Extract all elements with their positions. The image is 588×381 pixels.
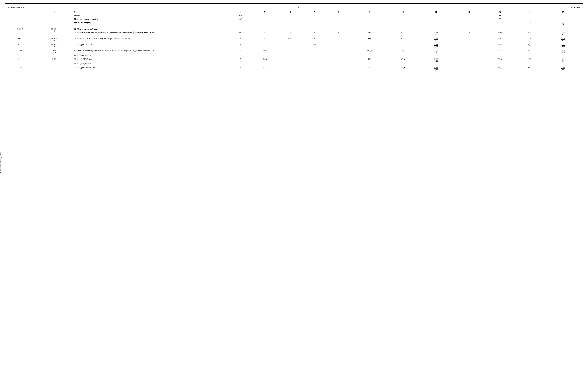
cell: 24,7 [277,43,303,48]
cell [35,14,74,18]
cell: - [455,31,484,36]
cell-num: IO.-"- [5,37,35,42]
fraction: 0,06 0,0I [434,31,438,35]
cell [229,54,583,57]
table-row: 9.СМО I2-802--3 II. Монтажные работы [5,27,583,31]
col-header-9: 9 [351,10,388,14]
cell: 0,06 0,0I [544,31,583,36]
table-row: цена: 5I,IxI,0, I=56,2I [5,62,583,65]
cell-desc: То же, ∅ 273x7 мм [74,58,229,62]
cell: - [229,21,252,26]
cell: - [515,14,544,18]
cell: руб. [229,14,252,18]
cell: II,88 6,44 [418,66,455,71]
cell: 9,53 [515,66,544,71]
cell: - [351,14,388,18]
cell: - [326,37,351,42]
cell-ref [35,66,74,71]
fraction: I,I2 0,I8 [562,43,565,48]
cell: 4,3 [388,43,418,48]
cell: 4,I3 I,3I [418,49,455,54]
cell: 2,08 [484,31,515,36]
cell-desc: Монтаж трубопровода из стальных труб диа… [74,49,229,54]
table-row: Итого руб. - - - - - - - - 289 - - [5,14,583,18]
cell: " [229,37,252,42]
cell-desc: Итого по разделу I [74,21,229,26]
cell [229,62,583,65]
cell: IO9 [515,21,544,26]
cell: - [455,66,484,71]
fraction: 6,5 3,5 [562,58,565,62]
cell [5,21,35,26]
cell: - [351,21,388,26]
fraction: II,88 6,44 [434,66,438,70]
cell: - [326,18,351,21]
cell: 0,05 0,0I [544,37,583,42]
cell: I3,I [484,66,515,71]
cell: - [455,43,484,48]
cell: II,88 6,44 [418,58,455,62]
cell: 3I2 [484,21,515,26]
cell: 40,9 [388,66,418,71]
col-header-2: 2 [35,10,74,14]
cell: IO,3 [303,37,325,42]
table-row: II.-"- I2-803--3 То же, диам. I50 мм " 2… [5,43,583,48]
table-row-total: Итого по разделу I - - - - - - - - 2223 … [5,21,583,26]
cell: 2 [252,43,277,48]
col-header-10: IO [388,10,418,14]
fraction: 0,05 0,0I [561,37,565,42]
cell-num: I4.-"- [5,66,35,71]
cell: - [455,18,484,21]
cell: - [303,18,325,21]
cell: - [303,31,325,36]
header-right: №505 -09 [571,6,580,9]
cell: - [277,49,303,54]
cell-num: I3.-"- [5,58,35,65]
cell: - [326,43,351,48]
cell: - [544,18,583,21]
cell: - [277,18,303,21]
cell: I,75 [388,37,418,42]
cell: 49,4 [303,43,325,48]
cell: - [351,18,388,21]
header-center: 3I [297,6,299,9]
cell: I25,4 [388,49,418,54]
cell: I,7I [515,31,544,36]
cell: - [455,14,484,18]
cell: " [229,43,252,48]
cell-num: 9.СМО [5,27,35,36]
cell: - [303,14,325,18]
cell: 5,22 [351,43,388,48]
cell: - [388,14,418,18]
col-header-11: II [418,10,455,14]
cell-num: II.-"- [5,43,35,48]
main-table: I 2 3 4 5 6 7 8 9 IO II I2 I3 I4 I5 [5,10,583,71]
cell: IO,44 [484,43,515,48]
cell: I,75 [515,37,544,42]
col-header-12: I2 [455,10,484,14]
cell: 2,75 [484,49,515,54]
cell: 0,55 [252,58,277,62]
col-header-7: 7 [303,10,325,14]
fraction: 4,I3 I,3I [434,49,438,53]
cell: 0,06 0,0I [418,31,455,36]
cell: - [303,21,325,26]
cell: - [303,66,325,71]
cell: руб. [229,18,252,21]
col-header-3: 3 [74,10,229,14]
col-header-13: I3 [484,10,515,14]
col-header-5: 5 [252,10,277,14]
cell: 2,08 [351,31,388,36]
table-row: Плановые накопления 8% руб. - - - - - - … [5,18,583,21]
table-row: Установить задвижку, параллельную с выдв… [5,31,583,36]
cell: 0,56 0,09 [418,43,455,48]
cell: 8,6 [515,43,544,48]
cell: 289 [484,14,515,18]
col-header-15: I5 [544,10,583,14]
fraction: 20 9 [562,21,564,25]
cell [5,14,35,18]
cell: I [252,37,277,42]
cell-ref: I2-802--3 [35,27,74,36]
cell: " [229,58,252,62]
fraction: 0,06 0,0I [561,31,565,35]
